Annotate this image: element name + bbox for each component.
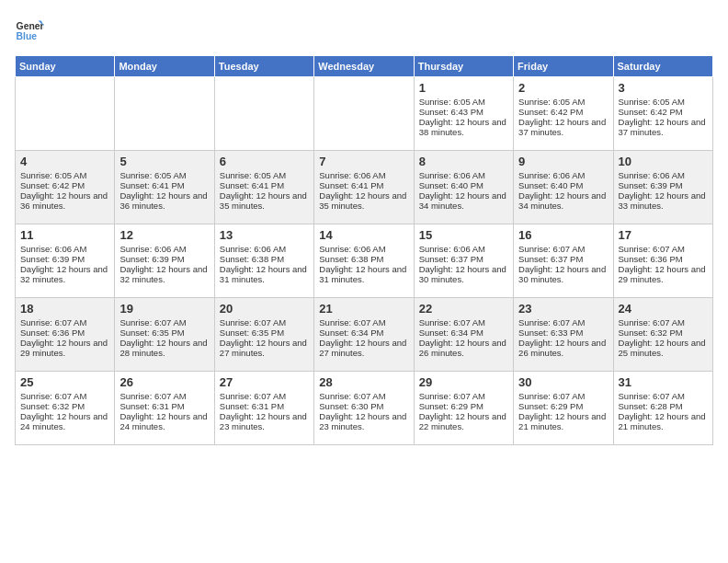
day-number: 6 [220,155,309,168]
daylight-text: Daylight: 12 hours and 30 minutes. [419,264,508,284]
daylight-text: Daylight: 12 hours and 33 minutes. [619,190,708,211]
day-number: 19 [119,302,209,316]
sunset-text: Sunset: 6:29 PM [419,401,508,411]
day-number: 17 [619,228,708,242]
day-number: 11 [20,228,109,242]
daylight-text: Daylight: 12 hours and 24 minutes. [20,411,109,431]
calendar-cell: 28Sunrise: 6:07 AMSunset: 6:30 PMDayligh… [314,372,414,445]
sunset-text: Sunset: 6:30 PM [319,401,408,411]
weekday-header: Tuesday [214,56,313,77]
calendar-cell: 25Sunrise: 6:07 AMSunset: 6:32 PMDayligh… [16,372,115,445]
sunset-text: Sunset: 6:35 PM [220,327,309,338]
daylight-text: Daylight: 12 hours and 27 minutes. [220,338,309,358]
day-number: 14 [319,228,408,242]
daylight-text: Daylight: 12 hours and 36 minutes. [20,190,109,211]
weekday-header-row: SundayMondayTuesdayWednesdayThursdayFrid… [16,56,713,77]
calendar-week-row: 18Sunrise: 6:07 AMSunset: 6:36 PMDayligh… [16,298,713,372]
daylight-text: Daylight: 12 hours and 21 minutes. [518,411,608,431]
day-number: 2 [518,81,608,95]
sunset-text: Sunset: 6:36 PM [20,327,109,338]
weekday-header: Wednesday [314,56,414,77]
sunset-text: Sunset: 6:42 PM [20,180,109,190]
calendar-cell: 19Sunrise: 6:07 AMSunset: 6:35 PMDayligh… [115,298,214,372]
calendar-cell: 8Sunrise: 6:06 AMSunset: 6:40 PMDaylight… [414,151,513,224]
day-number: 1 [419,81,508,95]
day-number: 27 [220,375,309,389]
calendar-week-row: 25Sunrise: 6:07 AMSunset: 6:32 PMDayligh… [16,372,713,445]
sunrise-text: Sunrise: 6:06 AM [419,170,508,180]
sunset-text: Sunset: 6:37 PM [518,254,608,264]
daylight-text: Daylight: 12 hours and 25 minutes. [619,338,708,358]
day-number: 4 [20,155,109,168]
calendar-cell: 7Sunrise: 6:06 AMSunset: 6:41 PMDaylight… [314,151,414,224]
sunrise-text: Sunrise: 6:06 AM [119,244,209,254]
daylight-text: Daylight: 12 hours and 37 minutes. [518,117,608,137]
daylight-text: Daylight: 12 hours and 26 minutes. [419,338,508,358]
calendar-week-row: 11Sunrise: 6:06 AMSunset: 6:39 PMDayligh… [16,224,713,298]
calendar-cell: 12Sunrise: 6:06 AMSunset: 6:39 PMDayligh… [115,224,214,298]
calendar-cell: 17Sunrise: 6:07 AMSunset: 6:36 PMDayligh… [613,224,712,298]
calendar-cell [214,77,313,151]
daylight-text: Daylight: 12 hours and 30 minutes. [518,264,608,284]
calendar-cell [115,77,214,151]
sunrise-text: Sunrise: 6:07 AM [119,391,209,401]
calendar-cell: 16Sunrise: 6:07 AMSunset: 6:37 PMDayligh… [514,224,613,298]
calendar-cell: 1Sunrise: 6:05 AMSunset: 6:43 PMDaylight… [414,77,513,151]
day-number: 23 [518,302,608,316]
calendar-cell: 13Sunrise: 6:06 AMSunset: 6:38 PMDayligh… [214,224,313,298]
calendar-cell: 9Sunrise: 6:06 AMSunset: 6:40 PMDaylight… [514,151,613,224]
weekday-header: Friday [514,56,613,77]
calendar-week-row: 4Sunrise: 6:05 AMSunset: 6:42 PMDaylight… [16,151,713,224]
calendar-cell: 21Sunrise: 6:07 AMSunset: 6:34 PMDayligh… [314,298,414,372]
daylight-text: Daylight: 12 hours and 23 minutes. [220,411,309,431]
sunrise-text: Sunrise: 6:06 AM [20,244,109,254]
sunrise-text: Sunrise: 6:06 AM [319,244,408,254]
sunset-text: Sunset: 6:31 PM [119,401,209,411]
calendar-cell [16,77,115,151]
weekday-header: Thursday [414,56,513,77]
day-number: 31 [619,375,708,389]
daylight-text: Daylight: 12 hours and 34 minutes. [419,190,508,211]
calendar-cell: 11Sunrise: 6:06 AMSunset: 6:39 PMDayligh… [16,224,115,298]
daylight-text: Daylight: 12 hours and 26 minutes. [518,338,608,358]
sunrise-text: Sunrise: 6:07 AM [518,244,608,254]
sunset-text: Sunset: 6:43 PM [419,107,508,117]
day-number: 29 [419,375,508,389]
sunrise-text: Sunrise: 6:07 AM [619,391,708,401]
sunset-text: Sunset: 6:38 PM [319,254,408,264]
calendar-cell: 24Sunrise: 6:07 AMSunset: 6:32 PMDayligh… [613,298,712,372]
logo: General Blue [15,15,48,44]
sunrise-text: Sunrise: 6:05 AM [220,170,309,180]
calendar-cell [314,77,414,151]
sunset-text: Sunset: 6:37 PM [419,254,508,264]
sunrise-text: Sunrise: 6:05 AM [119,170,209,180]
sunrise-text: Sunrise: 6:05 AM [619,97,708,107]
day-number: 16 [518,228,608,242]
sunset-text: Sunset: 6:38 PM [220,254,309,264]
sunset-text: Sunset: 6:32 PM [619,327,708,338]
day-number: 28 [319,375,408,389]
calendar-cell: 15Sunrise: 6:06 AMSunset: 6:37 PMDayligh… [414,224,513,298]
page-header: General Blue [15,15,713,44]
sunset-text: Sunset: 6:33 PM [518,327,608,338]
day-number: 18 [20,302,109,316]
daylight-text: Daylight: 12 hours and 23 minutes. [319,411,408,431]
day-number: 13 [220,228,309,242]
daylight-text: Daylight: 12 hours and 37 minutes. [619,117,708,137]
sunset-text: Sunset: 6:42 PM [518,107,608,117]
daylight-text: Daylight: 12 hours and 34 minutes. [518,190,608,211]
calendar-cell: 6Sunrise: 6:05 AMSunset: 6:41 PMDaylight… [214,151,313,224]
sunset-text: Sunset: 6:40 PM [518,180,608,190]
sunset-text: Sunset: 6:42 PM [619,107,708,117]
sunset-text: Sunset: 6:36 PM [619,254,708,264]
calendar-cell: 26Sunrise: 6:07 AMSunset: 6:31 PMDayligh… [115,372,214,445]
sunrise-text: Sunrise: 6:07 AM [419,391,508,401]
sunrise-text: Sunrise: 6:06 AM [419,244,508,254]
sunset-text: Sunset: 6:28 PM [619,401,708,411]
day-number: 3 [619,81,708,95]
calendar-cell: 2Sunrise: 6:05 AMSunset: 6:42 PMDaylight… [514,77,613,151]
day-number: 25 [20,375,109,389]
sunrise-text: Sunrise: 6:07 AM [20,317,109,327]
sunset-text: Sunset: 6:41 PM [119,180,209,190]
day-number: 15 [419,228,508,242]
